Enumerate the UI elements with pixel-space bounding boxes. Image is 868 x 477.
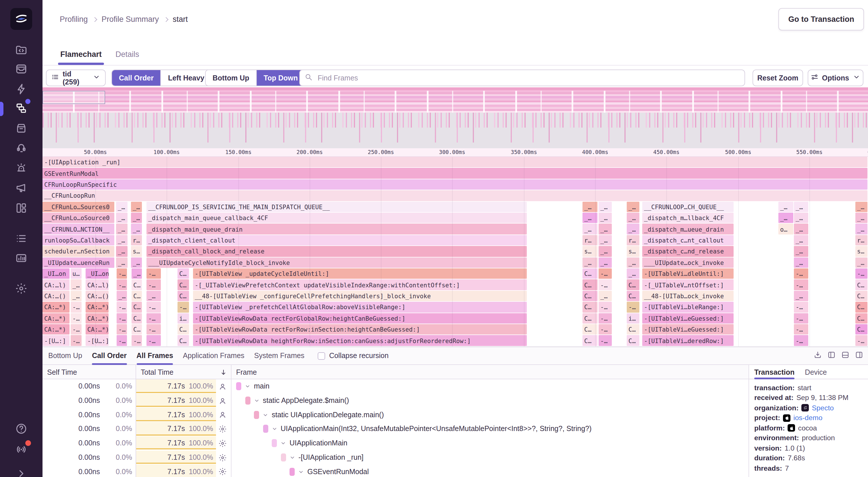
flame-frame[interactable]: _… [598,235,612,246]
thread-selector[interactable]: tid (259) [46,69,106,86]
flame-frame[interactable]: _dispatch_main_queue_drain [147,224,527,235]
flame-frame[interactable]: _… [855,257,867,268]
flame-frame[interactable]: -… [71,313,82,324]
flame-frame[interactable]: _… [598,257,612,268]
column-frame[interactable]: Frame [236,365,257,379]
flame-frame[interactable]: _… [131,268,142,279]
flame-frame[interactable]: _… [855,224,867,235]
flame-frame[interactable]: ___UIUpdateCycleNotifyIdle_block_invoke [147,257,527,268]
flame-frame[interactable]: C… [855,302,867,312]
flame-frame[interactable]: _… [117,291,127,301]
expand-caret-icon[interactable] [245,384,250,389]
sentry-logo[interactable] [10,8,32,30]
flame-frame[interactable]: CA:…l) [86,279,108,290]
frame-tree-item[interactable]: static AppDelegate.$main() [245,393,349,408]
flame-frame[interactable]: __CFRunLo…Sources0 [42,202,114,212]
flame-frame[interactable]: _… [116,202,127,212]
flame-frame[interactable]: -[UITableVi…deredRow:] [642,335,734,346]
flame-frame[interactable]: C… [131,324,142,335]
tab-system-frames[interactable]: System Frames [254,347,305,365]
flame-frame[interactable]: __CFRUNLO…NCTION__ [42,224,114,235]
flame-frame[interactable]: -… [178,302,189,312]
flame-frame[interactable]: -[UITableViewRowData rectForRow:inSectio… [193,324,527,335]
flame-frame[interactable]: CFRunLoopRunSpecific [42,179,867,190]
options-button[interactable]: Options [808,69,863,86]
flame-frame[interactable]: -… [147,324,161,335]
flame-frame[interactable]: _dispatch_m…ueue_drain [642,224,734,235]
sidebar-item-help[interactable] [15,422,28,435]
flame-frame[interactable]: _… [627,224,639,235]
flame-frame[interactable]: r… [855,235,867,246]
frame-tree-item[interactable]: static UIApplicationDelegate.main() [254,408,384,422]
flame-frame[interactable]: -… [147,279,161,290]
expand-caret-icon[interactable] [262,412,268,418]
flame-frame[interactable]: __CFRunLo…oSource0 [42,213,114,223]
flame-frame[interactable]: C… [178,291,189,301]
flame-frame[interactable]: -… [117,268,127,279]
tab-application-frames[interactable]: Application Frames [183,347,244,365]
flame-frame[interactable]: _… [131,257,142,268]
flame-frame[interactable]: -[UITableVi…eGuessed:] [642,324,734,335]
flame-frame[interactable]: -… [598,302,612,312]
sidebar-item-profiling[interactable] [15,102,28,114]
flame-frame[interactable]: _… [627,257,639,268]
call-order-button[interactable]: Call Order [112,70,161,86]
flame-frame[interactable]: _… [855,202,867,212]
flame-frame[interactable]: CA:…() [42,291,69,301]
flame-frame[interactable]: -… [598,313,612,324]
flame-frame[interactable]: -… [117,313,127,324]
flame-frame[interactable]: C… [855,291,867,301]
flame-frame[interactable]: _UI…on [42,268,69,279]
sidebar-item-collapse-sidebar[interactable] [15,467,28,477]
flame-frame[interactable]: _… [598,224,612,235]
flame-frame[interactable]: _dispatch_call_block_and_release [147,246,527,257]
flame-frame[interactable]: _… [598,213,612,223]
frame-tree-item[interactable]: main [236,379,270,393]
table-row[interactable]: 0.00ns0.0%7.17s100.0%-[UIApplication _ru… [42,450,748,464]
flame-frame[interactable]: _… [778,202,793,212]
table-row[interactable]: 0.00ns0.0%7.17s100.0%main [42,379,748,393]
flame-frame[interactable]: CA:…*) [86,302,108,312]
minimap-viewport-handle[interactable] [42,91,105,104]
flame-frame[interactable]: _… [627,213,639,223]
tab-all-frames[interactable]: All Frames [136,347,173,365]
sidebar-item-projects[interactable] [15,44,28,56]
tab-device[interactable]: Device [805,365,827,379]
flame-frame[interactable]: C… [583,268,597,279]
flame-frame[interactable]: C… [627,279,639,290]
flame-frame[interactable]: C… [178,335,189,346]
flame-frame[interactable]: -… [794,324,808,335]
flame-frame[interactable]: o… [778,224,793,235]
flame-frame[interactable]: _… [627,268,639,279]
flame-frame[interactable]: _… [116,257,127,268]
sidebar-item-activity[interactable] [15,232,28,245]
flame-frame[interactable]: C… [178,279,189,290]
flame-frame[interactable]: -[UITableVi…bleRange:] [642,302,734,312]
sidebar-item-performance[interactable] [15,83,28,95]
flame-frame[interactable]: -[UIApplication _run] [42,157,867,168]
flame-frame[interactable]: _… [794,235,808,246]
flame-frame[interactable]: _… [583,257,597,268]
flame-frame[interactable]: _… [131,202,142,212]
flame-frame[interactable]: -[UITableVi…eGuessed:] [642,313,734,324]
sidebar-item-feedback[interactable] [15,182,28,194]
frame-tree-item[interactable]: GSEventRunModal [289,464,369,477]
flame-frame[interactable]: i… [627,313,639,324]
detail-value[interactable]: ios-demo [793,414,822,422]
sidebar-item-whats-new[interactable] [15,443,28,456]
table-row[interactable]: 0.00ns0.0%7.17s100.0%static UIApplicatio… [42,408,748,422]
search-input[interactable] [316,73,740,83]
flame-frame[interactable]: _… [583,202,597,212]
flame-frame[interactable]: C… [583,302,597,312]
flame-frame[interactable]: -… [71,324,82,335]
flame-frame[interactable]: -[_UITableV…ntOffset:] [642,279,734,290]
flame-frame[interactable]: -… [131,335,142,346]
flame-frame[interactable]: C… [131,279,142,290]
expand-caret-icon[interactable] [254,398,259,404]
flame-frame[interactable]: CA:…l) [42,279,69,290]
tab-call-order[interactable]: Call Order [92,347,127,365]
flame-frame[interactable]: _… [794,224,808,235]
table-row[interactable]: 0.00ns0.0%7.17s100.0%UIApplicationMain(I… [42,422,748,436]
flame-frame[interactable]: _dispatch_client_callout [147,235,527,246]
flame-frame[interactable]: _… [131,213,142,223]
